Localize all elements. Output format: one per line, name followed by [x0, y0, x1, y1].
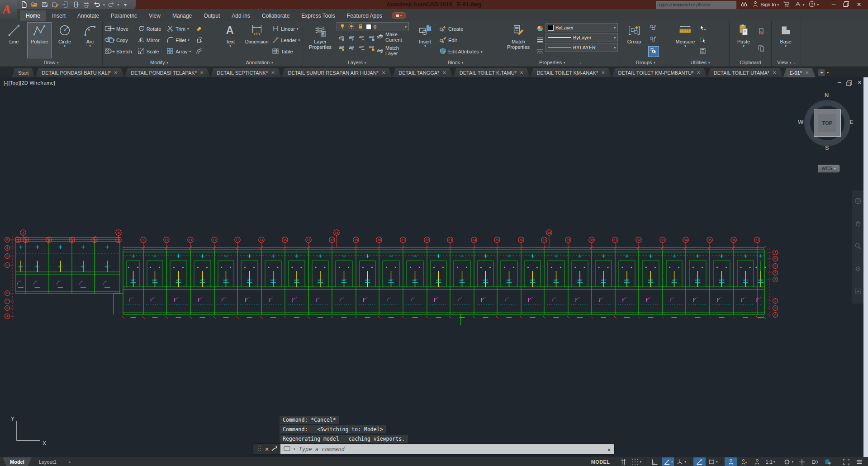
viewcube-south[interactable]: S [825, 144, 829, 151]
scale-button[interactable]: Scale [138, 47, 161, 57]
layer-off-button[interactable] [337, 34, 346, 44]
ribbon-tab-manage[interactable]: Manage [166, 10, 198, 21]
ribbon-tab-annotate[interactable]: Annotate [71, 10, 105, 21]
offset-button[interactable] [195, 47, 203, 57]
array-button[interactable]: Array▾ [166, 47, 191, 57]
viewcube-north[interactable]: N [825, 92, 829, 99]
file-tab-overflow-icon[interactable]: ▾ [827, 71, 829, 74]
match-properties-button[interactable]: Match Properties [502, 22, 535, 58]
layer-isolate-button[interactable] [346, 34, 356, 44]
file-tab-detail-toilet-km-pembantu[interactable]: DETAIL TOILET KM-PEMBANTU*✕ [612, 68, 707, 77]
file-tab-detail-septictank[interactable]: DETAIL SEPTICTANK*✕ [210, 68, 281, 77]
edit-attributes-button[interactable]: Edit Attributes▾ [439, 47, 482, 57]
ribbon-tab-parametric[interactable]: Parametric [105, 10, 143, 21]
plot-button[interactable] [82, 0, 90, 9]
command-grip[interactable]: ✕ [253, 444, 280, 454]
leader-button[interactable]: Leader▾ [272, 35, 300, 45]
panel-label-draw[interactable]: Draw▾ [0, 58, 102, 67]
file-tab-detail-pondasi-telapak[interactable]: DETAIL PONDASI TELAPAK*✕ [124, 68, 210, 77]
zoom-extents-icon[interactable] [854, 243, 862, 252]
showmotion-icon[interactable] [854, 288, 862, 297]
orbit-icon[interactable] [854, 265, 862, 274]
file-tab-close-icon[interactable]: ✕ [114, 70, 118, 75]
copy-clip-button[interactable] [758, 44, 765, 54]
save-web-mobile-button[interactable] [72, 0, 80, 9]
ribbon-toggle-pill[interactable]: ▾ [392, 12, 406, 19]
file-tab-detail-tangga[interactable]: DETAIL TANGGA*✕ [392, 68, 452, 77]
file-tab-close-icon[interactable]: ✕ [520, 70, 523, 75]
sign-in-caret-icon[interactable]: ▾ [777, 3, 779, 6]
copy-button[interactable]: Copy [107, 35, 132, 45]
layer-on-button[interactable] [337, 44, 346, 54]
mirror-button[interactable]: Mirror [138, 35, 161, 45]
cut-clip-button[interactable] [758, 27, 765, 37]
object-color-select[interactable]: ByLayer▾ [545, 23, 618, 32]
file-tab-close-icon[interactable]: ✕ [601, 70, 605, 75]
panel-label-annotation[interactable]: Annotation▾ [216, 58, 303, 67]
new-layout-button[interactable]: + [64, 457, 76, 466]
command-recent-icon[interactable] [284, 445, 291, 454]
panel-label-block[interactable]: Block▾ [411, 58, 500, 67]
pan-icon[interactable] [854, 220, 862, 229]
group-edit-button[interactable] [648, 35, 658, 45]
drawing-area[interactable]: UNITUNITUNITUNITUNITUNITUNITUNITUNITUNIT… [0, 77, 868, 457]
wcs-menu[interactable]: WCS▾ [818, 165, 840, 172]
paste-button[interactable]: Paste▾ [731, 22, 756, 58]
file-tab-close-icon[interactable]: ✕ [200, 70, 204, 75]
ribbon-tab-featured-apps[interactable]: Featured Apps [341, 10, 388, 21]
quick-calculator-button[interactable] [699, 47, 707, 57]
panel-label-clipboard[interactable]: Clipboard [730, 58, 771, 67]
graphics-performance-toggle[interactable] [822, 457, 834, 466]
file-tab-detail-sumur-resapan-air-hujan[interactable]: DETAIL SUMUR RESAPAN AIR HUJAN*✕ [282, 68, 392, 77]
doc-close-icon[interactable]: ✕ [858, 80, 862, 88]
make-current-button[interactable]: Make Current [376, 32, 409, 43]
vertical-scrollbar[interactable] [863, 77, 868, 457]
panel-label-layers[interactable]: Layers▾ [303, 58, 411, 67]
match-layer-button[interactable]: Match Layer [376, 45, 409, 56]
doc-minimize-icon[interactable]: ─ [838, 80, 841, 88]
open-web-mobile-button[interactable] [62, 0, 70, 9]
linear-button[interactable]: Linear▾ [272, 24, 300, 34]
model-space-button[interactable]: MODEL [590, 457, 612, 466]
new-drawing-tab-button[interactable]: + [818, 69, 825, 76]
arc-button[interactable]: Arc▾ [78, 22, 102, 58]
command-close-icon[interactable]: ✕ [265, 447, 269, 452]
qat-menu-button[interactable] [121, 0, 129, 9]
file-tab-close-icon[interactable]: ✕ [773, 70, 776, 75]
layer-thaw-button[interactable] [356, 44, 366, 54]
layer-properties-button[interactable]: Layer Properties [305, 22, 336, 58]
panel-label-view[interactable]: View▾⌟ [772, 58, 801, 67]
ribbon-tab-output[interactable]: Output [198, 10, 226, 21]
close-button[interactable]: ✕ [853, 0, 865, 9]
trim-button[interactable]: Trim▾ [166, 24, 191, 34]
group-selection-toggle[interactable] [648, 46, 659, 57]
search-input[interactable] [656, 1, 736, 9]
polyline-button[interactable]: Polyline [27, 22, 52, 58]
undo-button[interactable] [93, 0, 101, 9]
ribbon-tab-insert[interactable]: Insert [46, 10, 71, 21]
panel-label-utilities[interactable]: Utilities▾ [671, 58, 729, 67]
ungroup-button[interactable] [648, 24, 658, 33]
clean-screen-toggle[interactable] [840, 457, 852, 466]
file-tab-close-icon[interactable]: ✕ [805, 70, 809, 75]
layer-freeze-button[interactable] [356, 34, 366, 44]
save-as-button[interactable] [51, 0, 59, 9]
layer-select[interactable]: 0▾ [337, 22, 409, 31]
file-tab-e-01[interactable]: E-01*✕ [783, 68, 816, 77]
ribbon-tab-add-ins[interactable]: Add-ins [226, 10, 256, 21]
circle-button[interactable]: Circle▾ [52, 22, 77, 58]
group-button[interactable]: Group [622, 22, 646, 58]
panel-label-groups[interactable]: Groups▾ [620, 58, 671, 67]
ribbon-tab-home[interactable]: Home [20, 10, 46, 21]
edit-block-button[interactable]: Edit [439, 35, 482, 45]
ribbon-tab-express-tools[interactable]: Express Tools [295, 10, 341, 21]
isodraft-toggle[interactable]: ▾ [675, 457, 688, 466]
lineweight-select[interactable]: ByLayer▾ [545, 33, 618, 42]
command-input-zone[interactable]: ▾ ▲ [280, 444, 614, 454]
layout1-tab[interactable]: Layout1 [32, 457, 64, 466]
erase-button[interactable] [195, 24, 203, 34]
panel-label-properties[interactable]: Properties▾⌟ [500, 58, 620, 67]
layer-unlock-button[interactable] [366, 44, 376, 54]
viewcube-top-face[interactable]: TOP [814, 109, 841, 137]
minimize-button[interactable]: ─ [827, 0, 840, 9]
